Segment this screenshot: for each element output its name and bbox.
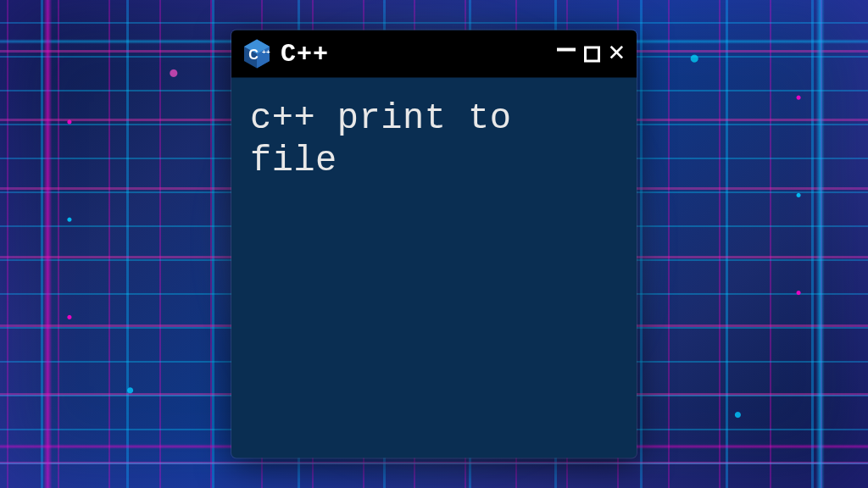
minimize-icon — [557, 48, 576, 52]
maximize-button[interactable] — [584, 46, 600, 62]
minimize-button[interactable] — [557, 48, 576, 60]
cpp-logo-icon: C + + — [242, 39, 272, 69]
svg-text:+: + — [266, 48, 270, 56]
close-icon: ✕ — [609, 40, 625, 67]
titlebar[interactable]: C + + C++ ✕ — [231, 30, 637, 78]
svg-text:C: C — [248, 47, 259, 62]
app-window: C + + C++ ✕ c++ print to file — [231, 30, 637, 458]
maximize-icon — [584, 46, 600, 62]
window-controls: ✕ — [557, 40, 625, 69]
window-title: C++ — [281, 40, 557, 69]
close-button[interactable]: ✕ — [609, 40, 625, 69]
window-body: c++ print to file — [231, 78, 637, 202]
